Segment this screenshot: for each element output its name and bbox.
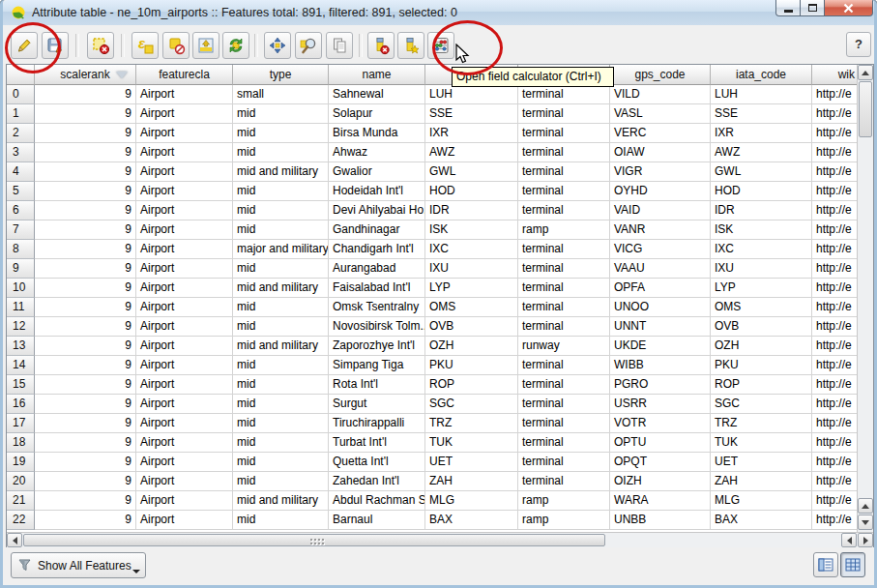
cell-wikipedia[interactable]: http://e xyxy=(812,259,857,279)
cell-gps-code[interactable]: UNOO xyxy=(610,298,711,317)
cell-iata-code[interactable]: ROP xyxy=(711,375,812,395)
cell-featurecla[interactable]: Airport xyxy=(136,240,233,259)
cell-location[interactable]: terminal xyxy=(518,162,610,182)
cell-type[interactable]: mid xyxy=(233,472,329,491)
scroll-down-button[interactable] xyxy=(858,514,873,530)
cell-wikipedia[interactable]: http://e xyxy=(812,356,857,375)
cell-location[interactable]: terminal xyxy=(518,375,610,395)
cell-gps-code[interactable]: VASL xyxy=(610,104,711,124)
cell-gps-code[interactable]: VERC xyxy=(610,124,711,143)
cell-wikipedia[interactable]: http://e xyxy=(812,279,857,298)
close-button[interactable] xyxy=(825,0,873,16)
cell-wikipedia[interactable]: http://e xyxy=(812,201,857,220)
cell-type[interactable]: mid xyxy=(233,104,329,124)
cell-abbrev[interactable]: ISK xyxy=(425,220,518,240)
cell-gps-code[interactable]: OIZH xyxy=(610,472,711,491)
row-header[interactable]: 0 xyxy=(7,85,35,104)
cell-gps-code[interactable]: VILD xyxy=(610,85,711,104)
cell-scalerank[interactable]: 9 xyxy=(35,337,136,356)
cell-name[interactable]: Omsk Tsentralny xyxy=(329,298,425,317)
show-all-features-button[interactable]: Show All Features xyxy=(11,552,146,578)
cell-featurecla[interactable]: Airport xyxy=(136,472,233,491)
cell-name[interactable]: Faisalabad Int'l xyxy=(329,279,425,298)
cell-scalerank[interactable]: 9 xyxy=(35,143,136,162)
cell-location[interactable]: terminal xyxy=(518,317,610,337)
cell-iata-code[interactable]: IXU xyxy=(711,259,812,279)
delete-column-button[interactable] xyxy=(367,32,395,59)
cell-type[interactable]: mid xyxy=(233,356,329,375)
cell-name[interactable]: Tiruchirappalli xyxy=(329,414,425,433)
cell-scalerank[interactable]: 9 xyxy=(35,414,136,433)
cell-type[interactable]: mid and military xyxy=(233,162,329,182)
cell-name[interactable]: Rota Int'l xyxy=(329,375,425,395)
cell-type[interactable]: mid xyxy=(233,511,329,530)
cell-wikipedia[interactable]: http://e xyxy=(812,162,857,182)
cell-iata-code[interactable]: ISK xyxy=(711,220,812,240)
cell-abbrev[interactable]: GWL xyxy=(425,162,518,182)
cell-featurecla[interactable]: Airport xyxy=(136,356,233,375)
cell-type[interactable]: mid xyxy=(233,143,329,162)
cell-wikipedia[interactable]: http://e xyxy=(812,298,857,317)
cell-gps-code[interactable]: WARA xyxy=(610,491,711,511)
cell-location[interactable]: terminal xyxy=(518,472,610,491)
cell-wikipedia[interactable]: http://e xyxy=(812,85,857,104)
cell-scalerank[interactable]: 9 xyxy=(35,201,136,220)
cell-featurecla[interactable]: Airport xyxy=(136,453,233,472)
cell-abbrev[interactable]: IXU xyxy=(425,259,518,279)
vertical-scrollbar[interactable] xyxy=(857,65,873,532)
cell-name[interactable]: Sahnewal xyxy=(329,85,425,104)
cell-location[interactable]: runway xyxy=(518,337,610,356)
cell-location[interactable]: terminal xyxy=(518,279,610,298)
cell-featurecla[interactable]: Airport xyxy=(136,511,233,530)
row-header[interactable]: 18 xyxy=(7,433,35,453)
select-by-expression-button[interactable]: ε xyxy=(132,32,159,59)
cell-iata-code[interactable]: LYP xyxy=(711,279,812,298)
copy-selected-rows-button[interactable] xyxy=(326,32,353,59)
row-header[interactable]: 13 xyxy=(7,337,35,356)
cell-iata-code[interactable]: SSE xyxy=(711,104,812,124)
scroll-up-button[interactable] xyxy=(858,65,873,80)
cell-name[interactable]: Chandigarh Int'l xyxy=(329,240,425,259)
cell-featurecla[interactable]: Airport xyxy=(136,491,233,511)
cell-featurecla[interactable]: Airport xyxy=(136,317,233,337)
cell-name[interactable]: Turbat Int'l xyxy=(329,433,425,453)
move-selection-to-top-button[interactable] xyxy=(192,32,219,59)
column-header-rownum[interactable] xyxy=(7,65,35,85)
cell-location[interactable]: terminal xyxy=(518,395,610,414)
cell-abbrev[interactable]: ZAH xyxy=(425,472,518,491)
cell-type[interactable]: mid xyxy=(233,259,329,279)
cell-iata-code[interactable]: OVB xyxy=(711,317,812,337)
cell-iata-code[interactable]: MLG xyxy=(711,491,812,511)
cell-type[interactable]: mid xyxy=(233,182,329,201)
maximize-button[interactable] xyxy=(801,0,825,16)
cell-scalerank[interactable]: 9 xyxy=(35,433,136,453)
table-view-button[interactable] xyxy=(840,552,865,577)
cell-featurecla[interactable]: Airport xyxy=(136,414,233,433)
cell-location[interactable]: terminal xyxy=(518,85,610,104)
cell-scalerank[interactable]: 9 xyxy=(35,298,136,317)
cell-scalerank[interactable]: 9 xyxy=(35,279,136,298)
cell-type[interactable]: major and military xyxy=(233,240,329,259)
cell-wikipedia[interactable]: http://e xyxy=(812,240,857,259)
row-header[interactable]: 12 xyxy=(7,317,35,337)
cell-featurecla[interactable]: Airport xyxy=(136,259,233,279)
cell-wikipedia[interactable]: http://e xyxy=(812,337,857,356)
cell-abbrev[interactable]: PKU xyxy=(425,356,518,375)
cell-gps-code[interactable]: PGRO xyxy=(610,375,711,395)
cell-iata-code[interactable]: IXR xyxy=(711,124,812,143)
cell-gps-code[interactable]: OPTU xyxy=(610,433,711,453)
cell-gps-code[interactable]: VIGR xyxy=(610,162,711,182)
row-header[interactable]: 1 xyxy=(7,104,35,124)
cell-featurecla[interactable]: Airport xyxy=(136,375,233,395)
cell-wikipedia[interactable]: http://e xyxy=(812,414,857,433)
cell-wikipedia[interactable]: http://e xyxy=(812,395,857,414)
cell-name[interactable]: Gwalior xyxy=(329,162,425,182)
cell-scalerank[interactable]: 9 xyxy=(35,356,136,375)
cell-featurecla[interactable]: Airport xyxy=(136,220,233,240)
cell-gps-code[interactable]: VOTR xyxy=(610,414,711,433)
cell-name[interactable]: Novosibirsk Tolm... xyxy=(329,317,425,337)
cell-gps-code[interactable]: VANR xyxy=(610,220,711,240)
cell-name[interactable]: Ahwaz xyxy=(329,143,425,162)
cell-type[interactable]: mid and military xyxy=(233,337,329,356)
cell-scalerank[interactable]: 9 xyxy=(35,162,136,182)
